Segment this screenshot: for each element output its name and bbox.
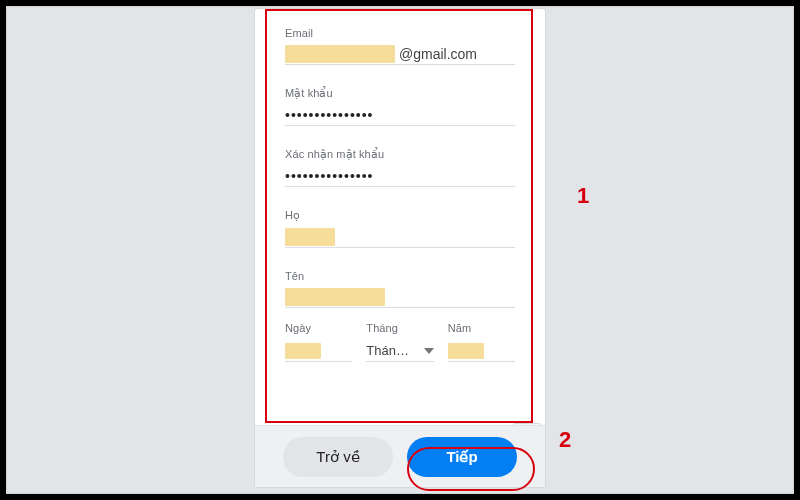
dob-month-value: Thán… — [366, 343, 409, 358]
redacted-block — [285, 343, 321, 359]
redacted-block — [448, 343, 484, 359]
dob-row: Ngày Tháng Thán… Năm — [285, 322, 515, 362]
phone-screen: Email @gmail.com Mật khẩu ••••••••••••••… — [255, 9, 545, 487]
dob-year-input[interactable] — [448, 340, 515, 362]
dob-day-input[interactable] — [285, 340, 352, 362]
email-suffix: @gmail.com — [399, 46, 477, 62]
password-input[interactable]: ••••••••••••••• — [285, 104, 515, 126]
email-input[interactable]: @gmail.com — [285, 43, 515, 65]
back-button-label: Trở về — [316, 448, 359, 466]
email-field-group: Email @gmail.com — [285, 23, 515, 65]
dob-month-select[interactable]: Thán… — [366, 340, 433, 362]
password-field-group: Mật khẩu ••••••••••••••• — [285, 83, 515, 126]
password-masked: ••••••••••••••• — [285, 108, 374, 122]
signup-form: Email @gmail.com Mật khẩu ••••••••••••••… — [269, 9, 531, 429]
screenshot-frame: Email @gmail.com Mật khẩu ••••••••••••••… — [6, 6, 794, 494]
firstname-input[interactable] — [285, 286, 515, 308]
firstname-label: Tên — [285, 270, 515, 282]
dob-day-group: Ngày — [285, 322, 352, 362]
annotation-number-1: 1 — [577, 183, 589, 209]
lastname-field-group: Họ — [285, 205, 515, 248]
email-label: Email — [285, 27, 515, 39]
next-button[interactable]: Tiếp — [407, 437, 517, 477]
confirm-password-masked: ••••••••••••••• — [285, 169, 374, 183]
firstname-field-group: Tên — [285, 266, 515, 308]
dob-year-group: Năm — [448, 322, 515, 362]
bottom-bar: Trở về Tiếp — [255, 425, 545, 487]
redacted-block — [285, 228, 335, 246]
confirm-password-input[interactable]: ••••••••••••••• — [285, 165, 515, 187]
back-button[interactable]: Trở về — [283, 437, 393, 477]
chevron-down-icon — [424, 348, 434, 354]
dob-year-label: Năm — [448, 322, 515, 334]
dob-day-label: Ngày — [285, 322, 352, 334]
dob-month-label: Tháng — [366, 322, 433, 334]
redacted-block — [285, 45, 395, 63]
redacted-block — [285, 288, 385, 306]
confirm-password-field-group: Xác nhận mật khẩu ••••••••••••••• — [285, 144, 515, 187]
lastname-input[interactable] — [285, 226, 515, 248]
dob-month-group: Tháng Thán… — [366, 322, 433, 362]
password-label: Mật khẩu — [285, 87, 515, 100]
annotation-number-2: 2 — [559, 427, 571, 453]
next-button-label: Tiếp — [446, 448, 477, 466]
confirm-password-label: Xác nhận mật khẩu — [285, 148, 515, 161]
lastname-label: Họ — [285, 209, 515, 222]
